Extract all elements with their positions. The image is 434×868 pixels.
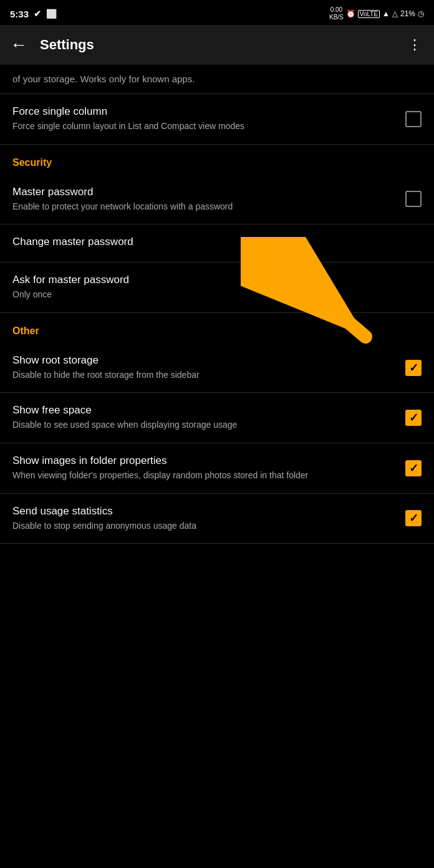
settings-list: of your storage. Works only for known ap… [0, 65, 434, 544]
master-password-desc: Enable to protect your network locations… [12, 201, 395, 213]
send-usage-statistics-item[interactable]: Send usage statistics Disable to stop se… [0, 494, 434, 544]
status-right: 0.00KB/S ⏰ VoLTE ▲ △ 21% ◷ [329, 6, 424, 21]
show-root-storage-checkbox[interactable] [405, 360, 422, 376]
send-usage-statistics-checkbox[interactable] [405, 510, 422, 526]
send-usage-statistics-title: Send usage statistics [12, 505, 395, 518]
status-left: 5:33 ✔ ⬜ [10, 9, 57, 19]
check-icon: ✔ [34, 9, 41, 19]
show-root-storage-text: Show root storage Disable to hide the ro… [12, 354, 405, 382]
volte-icon: VoLTE [358, 10, 380, 18]
change-master-password-item[interactable]: Change master password [0, 224, 434, 263]
show-images-folder-checkbox[interactable] [405, 460, 422, 476]
show-images-folder-text: Show images in folder properties When vi… [12, 455, 405, 482]
partial-item: of your storage. Works only for known ap… [0, 65, 434, 94]
change-master-password-text: Change master password [12, 236, 422, 251]
master-password-checkbox[interactable] [405, 191, 422, 207]
ask-master-password-text: Ask for master password Only once [12, 274, 422, 301]
alarm-icon: ⏰ [346, 9, 355, 18]
show-free-space-text: Show free space Disable to see used spac… [12, 404, 405, 432]
battery-icon: ◷ [418, 9, 424, 18]
force-single-column-item[interactable]: Force single column Force single column … [0, 94, 434, 145]
force-single-column-text: Force single column Force single column … [12, 105, 405, 133]
master-password-text: Master password Enable to protect your n… [12, 186, 405, 213]
show-free-space-checkbox[interactable] [405, 410, 422, 426]
show-free-space-title: Show free space [12, 404, 395, 417]
security-label: Security [12, 157, 52, 168]
show-free-space-item[interactable]: Show free space Disable to see used spac… [0, 393, 434, 443]
show-images-folder-item[interactable]: Show images in folder properties When vi… [0, 443, 434, 494]
other-label: Other [12, 326, 39, 336]
battery: 21% [400, 9, 415, 18]
send-usage-statistics-text: Send usage statistics Disable to stop se… [12, 505, 405, 533]
ask-master-password-item[interactable]: Ask for master password Only once [0, 263, 434, 313]
show-free-space-desc: Disable to see used space when displayin… [12, 419, 395, 432]
ask-master-password-desc: Only once [12, 289, 412, 301]
network-speed: 0.00KB/S [329, 6, 344, 21]
signal-icon: △ [392, 9, 398, 18]
other-section-header: Other [0, 313, 434, 343]
sim-icon: ⬜ [46, 9, 57, 19]
partial-item-desc: of your storage. Works only for known ap… [12, 74, 195, 84]
force-single-column-title: Force single column [12, 105, 395, 118]
change-master-password-title: Change master password [12, 236, 412, 248]
show-root-storage-desc: Disable to hide the root storage from th… [12, 369, 395, 382]
ask-master-password-title: Ask for master password [12, 274, 412, 286]
send-usage-statistics-desc: Disable to stop sending anonymous usage … [12, 520, 395, 533]
page-title: Settings [40, 37, 405, 53]
overflow-menu-button[interactable]: ⋮ [405, 34, 424, 55]
master-password-title: Master password [12, 186, 395, 198]
back-button[interactable]: ← [10, 36, 27, 54]
show-images-folder-desc: When viewing folder's properties, displa… [12, 470, 395, 482]
force-single-column-checkbox[interactable] [405, 111, 422, 127]
app-bar: ← Settings ⋮ [0, 25, 434, 65]
wifi-icon: ▲ [382, 9, 390, 18]
show-root-storage-item[interactable]: Show root storage Disable to hide the ro… [0, 343, 434, 393]
status-bar: 5:33 ✔ ⬜ 0.00KB/S ⏰ VoLTE ▲ △ 21% ◷ [0, 0, 434, 25]
master-password-item[interactable]: Master password Enable to protect your n… [0, 175, 434, 225]
show-root-storage-title: Show root storage [12, 354, 395, 367]
security-section-header: Security [0, 145, 434, 175]
time: 5:33 [10, 9, 29, 19]
show-images-folder-title: Show images in folder properties [12, 455, 395, 467]
force-single-column-desc: Force single column layout in List and C… [12, 120, 395, 133]
